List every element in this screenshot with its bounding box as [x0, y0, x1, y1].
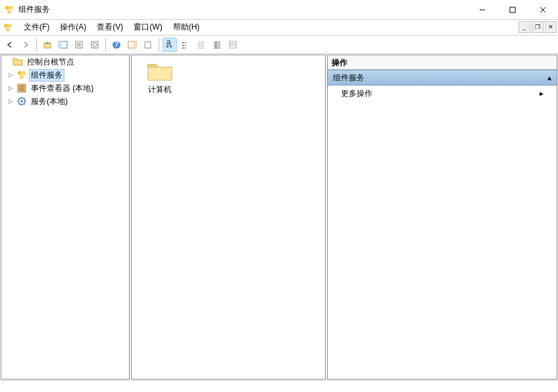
mdi-controls: _ ❐ ✕ — [517, 21, 557, 33]
svg-rect-27 — [170, 45, 172, 47]
item-computers[interactable]: 计算机 — [137, 61, 183, 95]
expander-icon[interactable]: ▷ — [7, 71, 14, 79]
minimize-button[interactable] — [467, 0, 497, 19]
properties-button[interactable] — [72, 37, 86, 52]
mdi-icon — [3, 22, 13, 33]
event-viewer-icon — [16, 83, 27, 93]
mdi-restore-button[interactable]: ❐ — [532, 21, 544, 33]
tree-root-label: 控制台根节点 — [25, 56, 76, 68]
actions-section[interactable]: 组件服务 ▴ — [328, 70, 557, 86]
export-button[interactable] — [88, 37, 102, 52]
show-hide-tree-button[interactable] — [56, 37, 70, 52]
up-button[interactable] — [40, 37, 55, 52]
svg-rect-24 — [145, 41, 151, 43]
help-button[interactable]: ? — [109, 37, 124, 52]
svg-point-47 — [22, 71, 26, 75]
tree-root[interactable]: 控制台根节点 — [1, 55, 129, 68]
tree-pane[interactable]: 控制台根节点 ▷ 组件服务 ▷ 事件查看器 (本地) ▷ 服务(本地) — [1, 55, 130, 380]
svg-point-1 — [9, 6, 13, 10]
svg-rect-32 — [182, 47, 184, 49]
view-detail-button[interactable] — [210, 37, 224, 52]
svg-rect-26 — [166, 45, 168, 47]
tree-node-component-services[interactable]: ▷ 组件服务 — [1, 68, 129, 82]
separator — [36, 38, 37, 51]
actions-more[interactable]: 更多操作 ▸ — [328, 86, 557, 101]
show-hide-actions-button[interactable] — [125, 37, 140, 52]
actions-pane: 操作 组件服务 ▴ 更多操作 ▸ — [327, 55, 557, 380]
svg-point-0 — [5, 6, 9, 10]
new-window-button[interactable] — [141, 37, 155, 52]
app-icon — [4, 5, 14, 15]
mdi-close-button[interactable]: ✕ — [545, 21, 557, 33]
services-icon — [16, 96, 27, 107]
item-label: 计算机 — [148, 84, 172, 95]
toolbar: ? a — [0, 36, 558, 54]
menu-window[interactable]: 窗口(W) — [128, 20, 167, 35]
content-pane[interactable]: 计算机 — [131, 55, 326, 380]
expander-icon[interactable]: ▷ — [7, 84, 14, 92]
tree-node-label: 组件服务 — [29, 69, 64, 82]
tree-node-label: 服务(本地) — [29, 95, 70, 108]
chevron-right-icon: ▸ — [540, 89, 544, 98]
svg-rect-4 — [510, 7, 515, 12]
close-button[interactable] — [528, 0, 558, 19]
forward-button[interactable] — [18, 37, 33, 52]
svg-point-2 — [7, 10, 11, 14]
view-list-button[interactable] — [194, 37, 209, 52]
titlebar: 组件服务 — [0, 0, 558, 20]
svg-point-8 — [8, 24, 12, 28]
component-icon — [16, 70, 27, 80]
svg-point-48 — [20, 75, 24, 79]
svg-point-54 — [20, 100, 23, 103]
expander-icon[interactable]: ▷ — [7, 97, 14, 105]
folder-icon — [147, 61, 173, 82]
svg-rect-28 — [182, 42, 184, 43]
svg-text:?: ? — [114, 40, 118, 49]
view-large-icons-button[interactable]: a — [163, 37, 177, 52]
tree-node-label: 事件查看器 (本地) — [29, 82, 95, 95]
tree-node-event-viewer[interactable]: ▷ 事件查看器 (本地) — [1, 82, 129, 95]
svg-point-7 — [4, 24, 8, 28]
maximize-button[interactable] — [497, 0, 528, 19]
actions-section-label: 组件服务 — [333, 72, 365, 84]
menu-file[interactable]: 文件(F) — [18, 20, 55, 35]
actions-more-label: 更多操作 — [341, 88, 372, 99]
collapse-icon: ▴ — [547, 73, 551, 82]
svg-point-46 — [18, 71, 22, 75]
view-small-icons-button[interactable] — [178, 37, 193, 52]
svg-rect-22 — [134, 41, 136, 48]
view-other-button[interactable] — [226, 37, 240, 52]
menu-action[interactable]: 操作(A) — [55, 20, 91, 35]
separator — [159, 38, 159, 51]
body: 控制台根节点 ▷ 组件服务 ▷ 事件查看器 (本地) ▷ 服务(本地) 计算机 … — [0, 54, 558, 380]
folder-icon — [13, 57, 23, 67]
window-controls — [467, 0, 558, 19]
tree-node-services[interactable]: ▷ 服务(本地) — [1, 95, 129, 108]
expander-icon[interactable] — [3, 58, 11, 66]
menu-help[interactable]: 帮助(H) — [168, 20, 205, 35]
svg-rect-30 — [182, 45, 184, 46]
back-button[interactable] — [3, 37, 17, 52]
svg-rect-43 — [230, 41, 236, 48]
menubar: 文件(F) 操作(A) 查看(V) 窗口(W) 帮助(H) _ ❐ ✕ — [0, 20, 558, 36]
menu-view[interactable]: 查看(V) — [91, 20, 128, 35]
svg-point-9 — [6, 28, 10, 32]
statusbar — [0, 380, 558, 392]
separator — [105, 38, 106, 51]
actions-header: 操作 — [328, 55, 557, 70]
svg-rect-12 — [59, 41, 62, 48]
mdi-minimize-button[interactable]: _ — [519, 21, 530, 33]
window-title: 组件服务 — [18, 4, 467, 15]
